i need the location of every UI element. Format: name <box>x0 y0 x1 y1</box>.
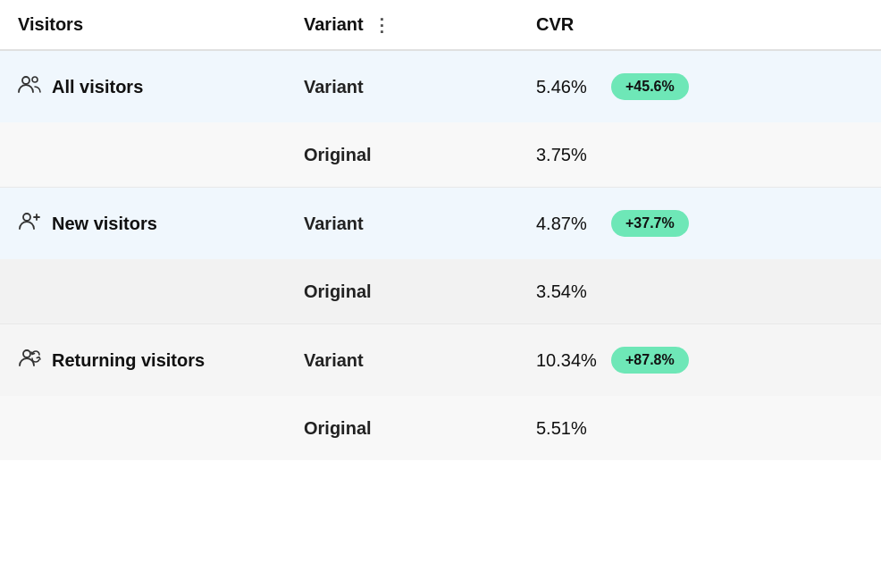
more-options-icon[interactable]: ⋮ <box>373 16 390 34</box>
new-visitors-variant-row: New visitors Variant 4.87% +37.7% <box>0 188 881 259</box>
all-visitors-variant-cvr: 5.46% +45.6% <box>536 73 863 100</box>
all-visitors-icon <box>18 74 41 99</box>
svg-point-5 <box>23 350 30 357</box>
returning-visitors-variant-label: Variant <box>304 350 482 371</box>
visitors-header: Visitors <box>18 14 304 35</box>
all-visitors-group: All visitors Variant 5.46% +45.6% Origin… <box>0 51 881 188</box>
returning-visitors-original-label: Original <box>304 418 482 439</box>
all-visitors-original-label: Original <box>304 145 482 165</box>
returning-visitors-original-row: Original 5.51% <box>0 396 881 460</box>
new-visitors-variant-cvr: 4.87% +37.7% <box>536 210 863 237</box>
cvr-header: CVR <box>536 14 863 35</box>
new-visitors-variant-badge: +37.7% <box>611 210 689 237</box>
svg-point-0 <box>22 77 29 84</box>
all-visitors-original-row: Original 3.75% <box>0 122 881 187</box>
all-visitors-label: All visitors <box>18 74 304 99</box>
new-visitors-group: New visitors Variant 4.87% +37.7% Origin… <box>0 188 881 324</box>
new-visitors-icon <box>18 211 41 236</box>
table-body: All visitors Variant 5.46% +45.6% Origin… <box>0 51 881 460</box>
returning-visitors-original-cvr: 5.51% <box>536 418 863 439</box>
all-visitors-variant-row: All visitors Variant 5.46% +45.6% <box>0 51 881 122</box>
table-header: Visitors Variant ⋮ CVR <box>0 0 881 51</box>
returning-visitors-variant-cvr: 10.34% +87.8% <box>536 347 863 374</box>
svg-point-2 <box>23 214 30 221</box>
returning-visitors-group: Returning visitors Variant 10.34% +87.8%… <box>0 324 881 460</box>
returning-visitors-variant-badge: +87.8% <box>611 347 689 374</box>
new-visitors-original-cvr: 3.54% <box>536 281 863 302</box>
returning-visitors-variant-row: Returning visitors Variant 10.34% +87.8% <box>0 324 881 396</box>
new-visitors-original-row: Original 3.54% <box>0 259 881 323</box>
visitors-table: Visitors Variant ⋮ CVR <box>0 0 881 460</box>
all-visitors-original-cvr: 3.75% <box>536 145 863 165</box>
returning-visitors-icon <box>18 348 41 373</box>
new-visitors-original-label: Original <box>304 281 482 302</box>
all-visitors-variant-label: Variant <box>304 77 482 97</box>
svg-point-1 <box>32 77 38 82</box>
returning-visitors-label: Returning visitors <box>18 348 304 373</box>
variant-header: Variant ⋮ <box>304 14 482 35</box>
all-visitors-variant-badge: +45.6% <box>611 73 689 100</box>
new-visitors-variant-label: Variant <box>304 214 482 234</box>
new-visitors-label: New visitors <box>18 211 304 236</box>
